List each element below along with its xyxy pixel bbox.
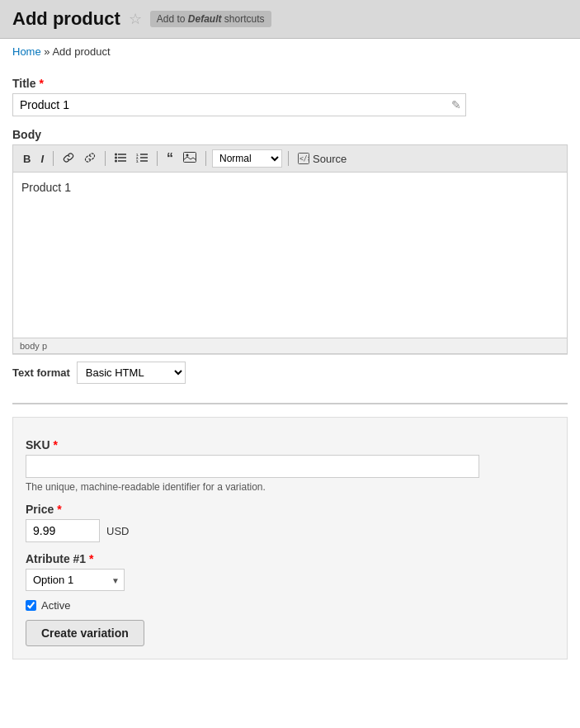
editor-statusbar: body p (13, 338, 567, 353)
create-variation-button[interactable]: Create variation (26, 620, 144, 646)
breadcrumb-home[interactable]: Home (12, 45, 41, 58)
title-field-wrapper: ✎ (12, 93, 466, 116)
toolbar-divider-4 (205, 151, 206, 166)
title-label: Title * (12, 77, 568, 90)
title-required: * (39, 77, 43, 90)
section-divider (12, 403, 568, 404)
blockquote-button[interactable]: “ (163, 150, 177, 167)
ordered-list-button[interactable]: 1.2.3. (133, 151, 151, 167)
bold-button[interactable]: B (20, 151, 34, 167)
active-checkbox[interactable] (26, 600, 36, 611)
price-field-wrapper: Price * USD (26, 503, 554, 542)
text-format-row: Text format Basic HTML Full HTML Plain t… (12, 354, 568, 390)
sku-required: * (53, 438, 57, 451)
sku-hint: The unique, machine-readable identifier … (26, 481, 554, 493)
text-format-label: Text format (12, 366, 70, 379)
toolbar-divider-3 (157, 151, 158, 166)
star-icon[interactable]: ☆ (129, 10, 142, 28)
editor-content: Product 1 (21, 181, 559, 194)
attribute-label: Atribute #1 * (26, 552, 554, 565)
body-editor: B I 1.2.3. “ (12, 144, 568, 354)
attribute-select-wrapper: Option 1 Option 2 Option 3 (26, 569, 125, 591)
format-select[interactable]: Normal Heading 1 Heading 2 Heading 3 (212, 149, 282, 168)
text-format-select[interactable]: Basic HTML Full HTML Plain text Restrict… (77, 362, 186, 384)
breadcrumb-current: Add product (52, 45, 110, 58)
attribute-field-wrapper: Atribute #1 * Option 1 Option 2 Option 3 (26, 552, 554, 591)
unordered-list-button[interactable] (111, 151, 130, 167)
svg-point-4 (115, 159, 117, 162)
price-input[interactable] (26, 519, 100, 542)
editor-body[interactable]: Product 1 (13, 173, 567, 338)
breadcrumb-separator: » (44, 45, 50, 58)
unlink-button[interactable] (81, 150, 99, 168)
svg-point-2 (115, 156, 117, 158)
sku-field-wrapper: SKU * The unique, machine-readable ident… (26, 438, 554, 493)
svg-point-0 (115, 153, 117, 155)
page-title: Add product (12, 8, 120, 30)
image-button[interactable] (180, 150, 200, 167)
active-row: Active (26, 599, 554, 612)
add-shortcut-button[interactable]: Add to Default shortcuts (150, 11, 271, 27)
svg-rect-12 (184, 153, 196, 163)
toolbar-divider-5 (288, 151, 289, 166)
page-header: Add product ☆ Add to Default shortcuts (0, 0, 580, 39)
currency-label: USD (106, 525, 129, 537)
sku-input[interactable] (26, 455, 479, 478)
price-label: Price * (26, 503, 554, 516)
svg-text:3.: 3. (136, 158, 139, 163)
main-content: Title * ✎ Body B I (0, 64, 580, 672)
source-button[interactable]: </> Source (295, 151, 350, 167)
italic-button[interactable]: I (37, 151, 47, 167)
toolbar-divider-2 (105, 151, 106, 166)
source-label: Source (313, 153, 347, 165)
variation-section: SKU * The unique, machine-readable ident… (12, 417, 568, 659)
attribute-select[interactable]: Option 1 Option 2 Option 3 (26, 569, 125, 591)
editor-toolbar: B I 1.2.3. “ (13, 145, 567, 173)
price-row: USD (26, 519, 554, 542)
breadcrumb: Home » Add product (0, 39, 580, 64)
active-label[interactable]: Active (41, 599, 70, 612)
title-input[interactable] (12, 93, 466, 116)
source-icon: </> (298, 153, 309, 164)
body-label: Body (12, 128, 568, 141)
svg-point-13 (186, 154, 189, 157)
toolbar-divider-1 (53, 151, 54, 166)
title-edit-icon: ✎ (451, 98, 461, 111)
svg-text:</>: </> (299, 155, 309, 163)
sku-label: SKU * (26, 438, 554, 451)
price-required: * (57, 503, 61, 516)
link-button[interactable] (59, 150, 78, 168)
attribute-required: * (89, 552, 93, 565)
